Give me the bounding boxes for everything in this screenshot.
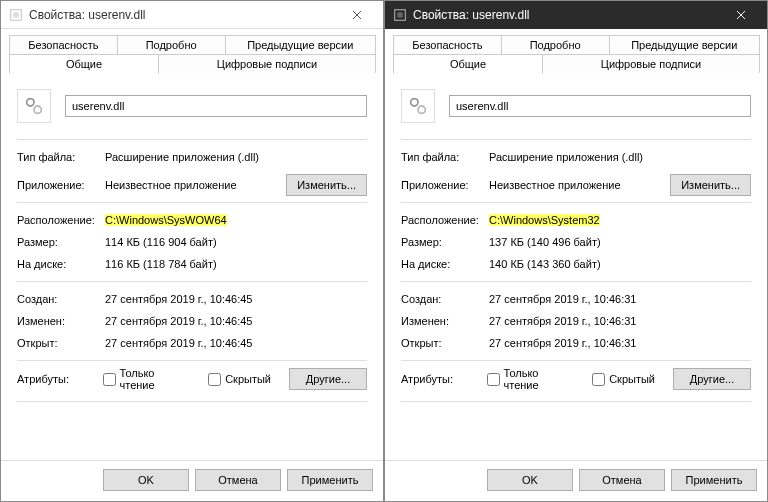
hidden-text: Скрытый xyxy=(609,373,655,385)
change-app-button[interactable]: Изменить... xyxy=(670,174,751,196)
titlebar[interactable]: Свойства: userenv.dll xyxy=(385,1,767,29)
label-location: Расположение: xyxy=(17,214,105,226)
value-modified: 27 сентября 2019 г., 10:46:31 xyxy=(489,315,751,327)
other-attributes-button[interactable]: Другие... xyxy=(673,368,751,390)
general-panel: Тип файла:Расширение приложения (.dll) П… xyxy=(1,73,383,460)
tab-signatures[interactable]: Цифровые подписи xyxy=(542,54,760,73)
window-title: Свойства: userenv.dll xyxy=(29,8,337,22)
general-panel: Тип файла:Расширение приложения (.dll) П… xyxy=(385,73,767,460)
label-created: Создан: xyxy=(17,293,105,305)
tab-security[interactable]: Безопасность xyxy=(9,35,118,54)
svg-point-3 xyxy=(34,106,41,113)
readonly-text: Только чтение xyxy=(120,367,191,391)
value-created: 27 сентября 2019 г., 10:46:31 xyxy=(489,293,751,305)
svg-point-2 xyxy=(27,99,34,106)
label-accessed: Открыт: xyxy=(401,337,489,349)
value-modified: 27 сентября 2019 г., 10:46:45 xyxy=(105,315,367,327)
close-button[interactable] xyxy=(337,1,377,29)
value-on-disk: 116 КБ (118 784 байт) xyxy=(105,258,367,270)
apply-button[interactable]: Применить xyxy=(287,469,373,491)
tab-general[interactable]: Общие xyxy=(393,54,543,74)
label-application: Приложение: xyxy=(401,179,489,191)
dialog-buttons: OK Отмена Применить xyxy=(385,460,767,501)
svg-point-7 xyxy=(418,106,425,113)
hidden-checkbox[interactable] xyxy=(208,373,221,386)
readonly-checkbox[interactable] xyxy=(487,373,500,386)
hidden-checkbox[interactable] xyxy=(592,373,605,386)
label-on-disk: На диске: xyxy=(401,258,489,270)
readonly-checkbox-label[interactable]: Только чтение xyxy=(103,367,191,391)
svg-rect-5 xyxy=(397,12,402,17)
hidden-checkbox-label[interactable]: Скрытый xyxy=(592,373,655,386)
svg-point-6 xyxy=(411,99,418,106)
apply-button[interactable]: Применить xyxy=(671,469,757,491)
value-application: Неизвестное приложение xyxy=(489,179,670,191)
window-icon xyxy=(393,8,407,22)
value-accessed: 27 сентября 2019 г., 10:46:31 xyxy=(489,337,751,349)
value-created: 27 сентября 2019 г., 10:46:45 xyxy=(105,293,367,305)
label-created: Создан: xyxy=(401,293,489,305)
file-type-icon xyxy=(17,89,51,123)
tab-details[interactable]: Подробно xyxy=(117,35,226,54)
file-type-icon xyxy=(401,89,435,123)
tab-previous-versions[interactable]: Предыдущие версии xyxy=(609,35,760,54)
tabs: Безопасность Подробно Предыдущие версии … xyxy=(1,29,383,73)
tab-signatures[interactable]: Цифровые подписи xyxy=(158,54,376,73)
tabs: Безопасность Подробно Предыдущие версии … xyxy=(385,29,767,73)
svg-rect-1 xyxy=(13,12,18,17)
filename-input[interactable] xyxy=(65,95,367,117)
titlebar[interactable]: Свойства: userenv.dll xyxy=(1,1,383,29)
label-file-type: Тип файла: xyxy=(17,151,105,163)
label-attributes: Атрибуты: xyxy=(17,373,103,385)
close-icon xyxy=(352,10,362,20)
properties-window-left: Свойства: userenv.dll Безопасность Подро… xyxy=(0,0,384,502)
label-modified: Изменен: xyxy=(17,315,105,327)
value-location: C:\Windows\System32 xyxy=(489,214,600,226)
hidden-text: Скрытый xyxy=(225,373,271,385)
properties-window-right: Свойства: userenv.dll Безопасность Подро… xyxy=(384,0,768,502)
value-location: C:\Windows\SysWOW64 xyxy=(105,214,227,226)
window-icon xyxy=(9,8,23,22)
cancel-button[interactable]: Отмена xyxy=(195,469,281,491)
readonly-checkbox-label[interactable]: Только чтение xyxy=(487,367,575,391)
tab-details[interactable]: Подробно xyxy=(501,35,610,54)
cancel-button[interactable]: Отмена xyxy=(579,469,665,491)
ok-button[interactable]: OK xyxy=(487,469,573,491)
tab-previous-versions[interactable]: Предыдущие версии xyxy=(225,35,376,54)
label-size: Размер: xyxy=(17,236,105,248)
change-app-button[interactable]: Изменить... xyxy=(286,174,367,196)
label-location: Расположение: xyxy=(401,214,489,226)
value-accessed: 27 сентября 2019 г., 10:46:45 xyxy=(105,337,367,349)
value-file-type: Расширение приложения (.dll) xyxy=(105,151,367,163)
label-modified: Изменен: xyxy=(401,315,489,327)
other-attributes-button[interactable]: Другие... xyxy=(289,368,367,390)
label-file-type: Тип файла: xyxy=(401,151,489,163)
dialog-buttons: OK Отмена Применить xyxy=(1,460,383,501)
readonly-text: Только чтение xyxy=(504,367,575,391)
close-button[interactable] xyxy=(721,1,761,29)
close-icon xyxy=(736,10,746,20)
label-size: Размер: xyxy=(401,236,489,248)
label-application: Приложение: xyxy=(17,179,105,191)
tab-general[interactable]: Общие xyxy=(9,54,159,74)
value-size: 114 КБ (116 904 байт) xyxy=(105,236,367,248)
ok-button[interactable]: OK xyxy=(103,469,189,491)
label-attributes: Атрибуты: xyxy=(401,373,487,385)
label-accessed: Открыт: xyxy=(17,337,105,349)
label-on-disk: На диске: xyxy=(17,258,105,270)
value-on-disk: 140 КБ (143 360 байт) xyxy=(489,258,751,270)
value-file-type: Расширение приложения (.dll) xyxy=(489,151,751,163)
window-title: Свойства: userenv.dll xyxy=(413,8,721,22)
readonly-checkbox[interactable] xyxy=(103,373,116,386)
filename-input[interactable] xyxy=(449,95,751,117)
value-application: Неизвестное приложение xyxy=(105,179,286,191)
value-size: 137 КБ (140 496 байт) xyxy=(489,236,751,248)
hidden-checkbox-label[interactable]: Скрытый xyxy=(208,373,271,386)
tab-security[interactable]: Безопасность xyxy=(393,35,502,54)
